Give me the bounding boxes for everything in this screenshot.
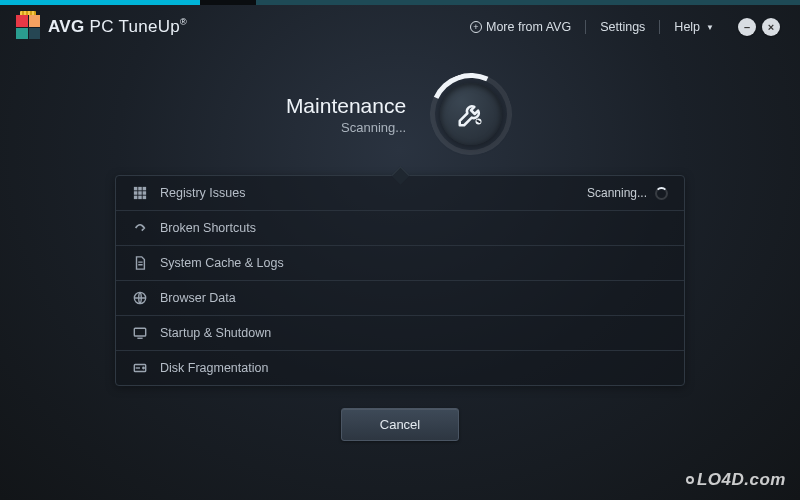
svg-rect-9 xyxy=(143,196,147,200)
brand-text: AVG PC TuneUp® xyxy=(48,17,187,37)
scan-items-panel: Registry Issues Scanning... Broken Short… xyxy=(115,175,685,386)
cancel-button[interactable]: Cancel xyxy=(341,408,459,441)
window-controls: – × xyxy=(738,18,780,36)
separator xyxy=(659,20,660,34)
row-label: Disk Fragmentation xyxy=(160,361,668,375)
row-status: Scanning... xyxy=(587,186,668,200)
svg-rect-5 xyxy=(138,191,142,195)
scan-row-cache: System Cache & Logs xyxy=(116,246,684,281)
monitor-icon xyxy=(132,325,148,341)
row-label: Broken Shortcuts xyxy=(160,221,668,235)
row-label: System Cache & Logs xyxy=(160,256,668,270)
separator xyxy=(585,20,586,34)
settings-link[interactable]: Settings xyxy=(600,20,645,34)
svg-rect-7 xyxy=(134,196,138,200)
avg-logo-icon xyxy=(16,15,40,39)
svg-rect-4 xyxy=(134,191,138,195)
svg-rect-1 xyxy=(134,187,138,191)
help-link[interactable]: Help▼ xyxy=(674,20,714,34)
watermark-dot-icon xyxy=(686,476,694,484)
main-content: Maintenance Scanning... Registry Issues … xyxy=(0,49,800,441)
shortcut-icon xyxy=(132,220,148,236)
svg-rect-2 xyxy=(138,187,142,191)
registry-icon xyxy=(132,185,148,201)
chevron-down-icon: ▼ xyxy=(706,23,714,32)
close-button[interactable]: × xyxy=(762,18,780,36)
progress-spinner xyxy=(428,71,514,157)
plus-icon: + xyxy=(470,21,482,33)
file-icon xyxy=(132,255,148,271)
scan-row-defrag: Disk Fragmentation xyxy=(116,351,684,385)
watermark: LO4D.com xyxy=(686,470,786,490)
disk-icon xyxy=(132,360,148,376)
svg-rect-11 xyxy=(134,328,145,336)
scan-status-text: Scanning... xyxy=(286,120,406,135)
header: AVG PC TuneUp® + More from AVG Settings … xyxy=(0,5,800,49)
scan-row-startup: Startup & Shutdown xyxy=(116,316,684,351)
minimize-button[interactable]: – xyxy=(738,18,756,36)
page-title: Maintenance xyxy=(286,94,406,118)
svg-rect-8 xyxy=(138,196,142,200)
header-right: + More from AVG Settings Help▼ – × xyxy=(470,18,780,36)
scan-header: Maintenance Scanning... xyxy=(286,71,514,157)
row-label: Registry Issues xyxy=(160,186,575,200)
spinner-icon xyxy=(655,187,668,200)
globe-icon xyxy=(132,290,148,306)
svg-rect-3 xyxy=(143,187,147,191)
scan-row-shortcuts: Broken Shortcuts xyxy=(116,211,684,246)
scan-row-registry: Registry Issues Scanning... xyxy=(116,176,684,211)
svg-point-13 xyxy=(143,367,144,368)
scan-row-browser: Browser Data xyxy=(116,281,684,316)
row-label: Browser Data xyxy=(160,291,668,305)
svg-rect-6 xyxy=(143,191,147,195)
more-from-avg-link[interactable]: + More from AVG xyxy=(470,20,571,34)
brand: AVG PC TuneUp® xyxy=(16,15,187,39)
row-label: Startup & Shutdown xyxy=(160,326,668,340)
